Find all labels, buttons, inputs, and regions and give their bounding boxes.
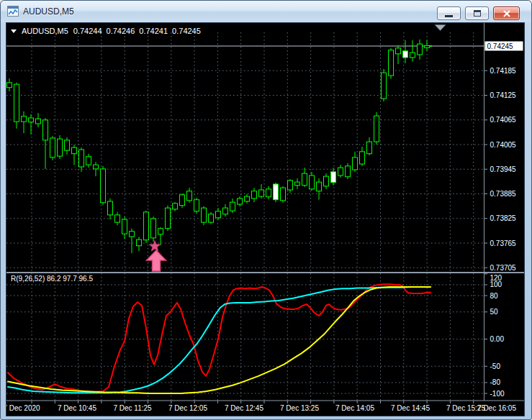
- candle-body: [274, 184, 279, 200]
- candle-body: [14, 84, 19, 122]
- restore-icon: [474, 10, 481, 17]
- chart-window-icon[interactable]: [7, 6, 19, 17]
- candle-body: [166, 208, 171, 229]
- indicator-axis-label: 0.00: [490, 335, 505, 343]
- minimize-button[interactable]: [437, 6, 461, 20]
- symbol-label: AUDUSD,M5: [22, 27, 68, 35]
- grid-layer: [6, 32, 484, 401]
- price-axis-label: 0.74065: [490, 116, 517, 124]
- candle-body: [295, 182, 300, 186]
- candle-body: [137, 239, 142, 246]
- low-value: 0.74241: [139, 27, 168, 35]
- buy-arrow-icon[interactable]: [147, 250, 166, 271]
- window-title: AUDUSD,M5: [23, 1, 74, 22]
- candle-body: [324, 176, 329, 186]
- candle-body: [209, 214, 214, 222]
- price-axis-label: 0.73885: [490, 190, 517, 198]
- chart-shift-marker-icon[interactable]: [435, 25, 446, 31]
- candle-body: [367, 142, 372, 154]
- price-axis-label: 0.74185: [490, 67, 517, 75]
- candle-body: [425, 45, 430, 47]
- candle-body: [223, 208, 228, 214]
- time-axis-label: 7 Dec 13:25: [280, 404, 319, 412]
- close-button[interactable]: [493, 6, 520, 20]
- time-axis-label: 7 Dec 14:05: [335, 404, 374, 412]
- chart-ohlc-header: AUDUSD,M5 0.74244 0.74246 0.74241 0.7424…: [11, 27, 201, 35]
- candle-body: [180, 195, 185, 206]
- candle-body: [79, 150, 84, 167]
- candlestick-series: [7, 40, 430, 253]
- indicator-axis-label: -100: [490, 390, 505, 398]
- candle-body: [108, 201, 113, 215]
- indicator-line-mid-R: [8, 287, 430, 393]
- buy-star-icon[interactable]: [149, 241, 160, 252]
- time-axis-label: 7 Dec 12:45: [225, 404, 263, 412]
- indicator-line-fast-R: [8, 284, 430, 392]
- candle-body: [22, 117, 27, 122]
- candle-body: [43, 120, 48, 140]
- window-controls: [437, 6, 520, 20]
- candle-body: [396, 48, 401, 54]
- candle-body: [130, 232, 135, 237]
- candle-body: [173, 204, 178, 209]
- price-axis-label: 0.74125: [490, 91, 517, 99]
- time-axis-label: 7 Dec 14:45: [391, 404, 430, 412]
- candle-body: [302, 173, 307, 186]
- candle-body: [338, 168, 343, 175]
- time-axis-label: 7 Dec 12:05: [168, 404, 207, 412]
- symbol-dropdown-icon[interactable]: [11, 29, 17, 33]
- candle-body: [346, 166, 351, 177]
- candle-body: [101, 169, 106, 203]
- indicator-axis-label: -50: [490, 362, 501, 370]
- restore-button[interactable]: [465, 6, 489, 20]
- candle-body: [374, 116, 379, 142]
- candle-body: [245, 196, 250, 201]
- time-axis-label: 7 Dec 10:45: [58, 404, 96, 412]
- time-axis-label: 7 Dec 2020: [6, 404, 40, 412]
- candle-body: [194, 200, 199, 211]
- price-axis-label: 0.73825: [490, 214, 517, 222]
- candle-body: [86, 157, 91, 165]
- close-value: 0.74245: [172, 27, 201, 35]
- indicator-axis[interactable]: 12010080500.00-50-80-100: [484, 274, 505, 398]
- indicator-axis-label: 50: [490, 308, 499, 316]
- candle-body: [50, 138, 55, 158]
- candle-body: [389, 50, 394, 76]
- candle-body: [353, 158, 358, 170]
- candle-body: [403, 51, 408, 58]
- candle-body: [115, 215, 120, 222]
- candle-body: [238, 198, 243, 204]
- candle-body: [151, 219, 156, 238]
- candle-body: [230, 202, 235, 211]
- time-axis-label: 7 Dec 16:05: [477, 404, 516, 412]
- candle-body: [281, 188, 286, 201]
- indicator-label: R(9,26,52) 86.2 97.7 96.5: [11, 275, 93, 283]
- mt4-chart-window: AUDUSD,M5 0.741850.741250.740650.740050.…: [0, 0, 532, 420]
- candle-body: [259, 190, 264, 196]
- time-axis[interactable]: 7 Dec 20207 Dec 10:457 Dec 11:257 Dec 12…: [6, 401, 516, 412]
- open-value: 0.74244: [73, 27, 102, 35]
- candle-body: [187, 191, 192, 201]
- time-axis-label: 7 Dec 11:25: [113, 404, 152, 412]
- candle-body: [252, 191, 257, 198]
- price-axis[interactable]: 0.741850.741250.740650.740050.739450.738…: [484, 42, 523, 272]
- candle-body: [58, 139, 63, 156]
- chart-markers[interactable]: [147, 25, 446, 272]
- price-axis-label: 0.73705: [490, 264, 517, 272]
- candle-body: [122, 219, 127, 234]
- candle-body: [360, 152, 365, 164]
- pane-borders: [6, 23, 524, 401]
- candle-body: [310, 175, 315, 189]
- current-price-tag-text: 0.74245: [487, 42, 514, 50]
- candle-body: [418, 44, 423, 55]
- high-value: 0.74246: [107, 27, 135, 35]
- candle-body: [7, 83, 12, 88]
- price-axis-label: 0.73765: [490, 239, 517, 247]
- candle-body: [72, 147, 77, 154]
- candle-body: [29, 118, 34, 122]
- chart-canvas[interactable]: 0.741850.741250.740650.740050.739450.738…: [6, 23, 524, 416]
- window-titlebar[interactable]: AUDUSD,M5: [1, 1, 531, 22]
- candle-body: [144, 212, 149, 240]
- price-axis-label: 0.73945: [490, 165, 517, 173]
- indicator-line-slow-R: [8, 287, 430, 393]
